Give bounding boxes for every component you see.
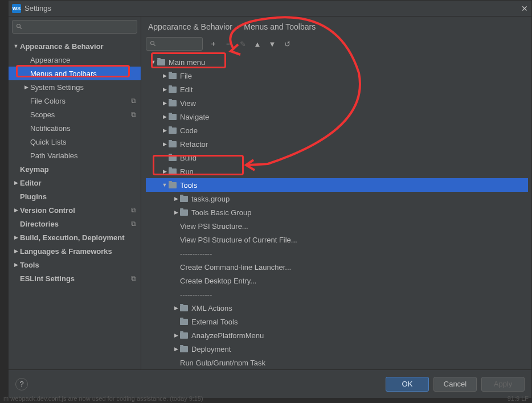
sidebar-item[interactable]: Appearance [9, 53, 141, 67]
apply-button[interactable]: Apply [481, 377, 525, 392]
dialog-title: Settings [24, 4, 521, 13]
help-icon[interactable]: ? [15, 378, 28, 390]
menu-tree-item[interactable]: ▶Navigate [146, 110, 528, 124]
add-icon[interactable]: ＋ [208, 39, 218, 48]
sidebar-item-label: System Settings [30, 83, 136, 92]
menu-tree-item[interactable]: ▶Edit [146, 83, 528, 96]
svg-line-1 [20, 27, 22, 29]
chevron-down-icon: ▼ [12, 43, 20, 49]
sidebar-item[interactable]: Scopes⧉ [9, 108, 141, 121]
menu-tree-item[interactable]: ▶Code [146, 124, 528, 137]
menu-tree-item-label: Deployment [191, 345, 523, 353]
menu-tree-item[interactable]: Create Command-line Launcher... [146, 260, 528, 274]
folder-icon [169, 155, 177, 161]
close-icon[interactable]: ✕ [521, 4, 528, 13]
menu-tree-item[interactable]: ▼Tools [146, 178, 528, 192]
remove-icon[interactable]: － [223, 39, 232, 48]
sidebar-item[interactable]: ▶System Settings [9, 80, 141, 94]
menu-tree-item[interactable]: ▼Main menu [146, 55, 528, 69]
sidebar-item[interactable]: ▶Build, Execution, Deployment [9, 231, 141, 244]
breadcrumb-current: Menus and Toolbars [244, 22, 316, 31]
sidebar-item[interactable]: ESLint Settings⧉ [9, 272, 141, 285]
sidebar-item-label: Version Control [20, 206, 129, 215]
sidebar-item[interactable]: Quick Lists [9, 135, 141, 149]
sidebar-item[interactable]: Notifications [9, 121, 141, 135]
menu-tree-item[interactable]: Build [146, 151, 528, 165]
sidebar-item[interactable]: Menus and Toolbars [9, 67, 141, 80]
chevron-right-icon: ▶ [22, 84, 30, 90]
folder-icon [169, 141, 177, 147]
folder-icon [157, 59, 165, 65]
chevron-right-icon: ▶ [161, 141, 169, 147]
menu-tree-item[interactable]: Create Desktop Entry... [146, 274, 528, 287]
folder-icon [180, 319, 188, 325]
breadcrumb-parent[interactable]: Appearance & Behavior [148, 22, 232, 31]
menu-tree-item-label: Navigate [180, 113, 523, 121]
project-config-icon: ⧉ [131, 206, 136, 214]
menu-tree-item[interactable]: View PSI Structure... [146, 219, 528, 233]
sidebar-item-label: Editor [20, 179, 136, 187]
menu-tree-item[interactable]: External Tools [146, 315, 528, 328]
menu-tree-item[interactable]: ▶AnalyzePlatformMenu [146, 328, 528, 342]
chevron-down-icon: ▼ [161, 182, 169, 188]
sidebar-item[interactable]: ▼Appearance & Behavior [9, 39, 141, 53]
chevron-right-icon: ▶ [161, 100, 169, 106]
menu-tree-item[interactable]: ▶Refactor [146, 137, 528, 151]
sidebar-item-label: Languages & Frameworks [20, 247, 136, 256]
menu-tree-item[interactable]: Run Gulp/Grunt/npm Task [146, 356, 528, 366]
ok-button[interactable]: OK [386, 377, 429, 392]
folder-icon [169, 168, 177, 175]
sidebar-item-label: Appearance & Behavior [20, 42, 136, 51]
move-up-icon[interactable]: ▲ [253, 39, 262, 48]
sidebar-item[interactable]: ▶Tools [9, 258, 141, 272]
sidebar-item-label: ESLint Settings [20, 274, 129, 283]
sidebar-item[interactable]: Path Variables [9, 149, 141, 162]
sidebar-item[interactable]: Directories⧉ [9, 217, 141, 231]
menu-tree-item-label: File [180, 72, 523, 80]
menu-tree-item[interactable]: ▶Deployment [146, 342, 528, 356]
menu-tree-item[interactable]: ▶View [146, 96, 528, 110]
tree-search-input[interactable] [146, 37, 203, 51]
menu-tree-item[interactable]: ▶tasks.group [146, 192, 528, 205]
edit-icon[interactable]: ✎ [238, 39, 247, 48]
menu-tree-item[interactable]: ▶File [146, 69, 528, 83]
sidebar-item[interactable]: ▶Version Control⧉ [9, 203, 141, 217]
menu-tree-item-label: View PSI Structure of Current File... [180, 236, 523, 244]
menu-tree-item[interactable]: View PSI Structure of Current File... [146, 233, 528, 246]
sidebar-search-input[interactable] [12, 20, 137, 34]
menu-tree-item-label: AnalyzePlatformMenu [191, 331, 523, 340]
sidebar-item-label: Scopes [30, 110, 129, 119]
sidebar-item[interactable]: Plugins [9, 190, 141, 203]
svg-line-3 [154, 44, 155, 46]
sidebar-item[interactable]: Keymap [9, 162, 141, 176]
svg-point-0 [17, 24, 21, 28]
menu-tree-item[interactable]: ▶Run [146, 165, 528, 178]
app-icon: WS [12, 4, 21, 13]
toolbar: ＋ － ✎ ▲ ▼ ↺ [141, 35, 531, 53]
sidebar-tree: ▼Appearance & BehaviorAppearanceMenus an… [9, 37, 141, 369]
move-down-icon[interactable]: ▼ [268, 39, 277, 48]
chevron-right-icon: ▶ [172, 196, 180, 202]
folder-icon [180, 332, 188, 339]
menu-tree-item[interactable]: ------------- [146, 246, 528, 260]
menu-tree-item-label: Tools [180, 181, 523, 190]
sidebar-item-label: Tools [20, 261, 136, 269]
menu-tree-item-label: Edit [180, 85, 523, 94]
reset-icon[interactable]: ↺ [283, 39, 292, 48]
menu-tree-item[interactable]: ------------- [146, 287, 528, 301]
sidebar-item[interactable]: ▶Editor [9, 176, 141, 190]
sidebar-item[interactable]: File Colors⧉ [9, 94, 141, 108]
menu-tree-item[interactable]: ▶Tools Basic Group [146, 205, 528, 219]
chevron-right-icon: ▶ [12, 262, 20, 268]
menu-tree-item[interactable]: ▶XML Actions [146, 301, 528, 315]
chevron-right-icon: ▶ [172, 346, 180, 352]
menu-tree-item-label: Run [180, 167, 523, 176]
sidebar-item-label: Path Variables [30, 151, 136, 160]
folder-icon [169, 100, 177, 106]
menu-tree-item-label: Create Command-line Launcher... [180, 263, 523, 272]
sidebar-item[interactable]: ▶Languages & Frameworks [9, 244, 141, 258]
cancel-button[interactable]: Cancel [433, 377, 477, 392]
folder-icon [169, 114, 177, 120]
chevron-right-icon: ▶ [161, 87, 169, 92]
menu-tree-item-label: Main menu [169, 58, 523, 67]
